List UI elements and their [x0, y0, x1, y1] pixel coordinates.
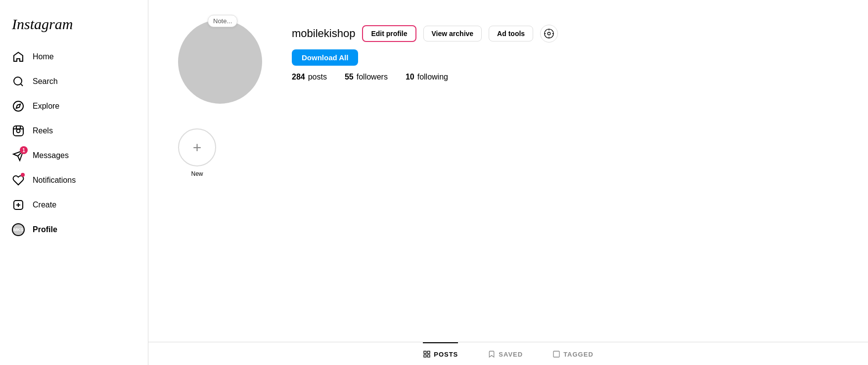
settings-icon	[544, 28, 554, 39]
tab-tagged[interactable]: TAGGED	[552, 342, 594, 365]
svg-point-5	[17, 129, 20, 133]
followers-stat[interactable]: 55 followers	[345, 73, 388, 81]
new-story-label: New	[191, 170, 203, 177]
posts-label: posts	[308, 73, 327, 81]
sidebar: Instagram Home Search Explore Reels 1 Me…	[0, 0, 148, 365]
sidebar-item-messages[interactable]: 1 Messages	[6, 143, 142, 168]
new-story-item[interactable]: + New	[178, 128, 216, 177]
note-bubble[interactable]: Note...	[208, 15, 237, 27]
search-icon	[12, 75, 25, 88]
svg-rect-19	[428, 351, 430, 354]
profile-info: mobilekishop Edit profile View archive A…	[292, 20, 558, 81]
profile-area: Note... mobilekishop Edit profile View a…	[148, 0, 868, 119]
svg-rect-18	[424, 351, 426, 354]
download-all-button[interactable]: Download All	[292, 49, 358, 66]
followers-count: 55	[345, 73, 354, 81]
instagram-logo[interactable]: Instagram	[6, 10, 142, 44]
tab-saved-label: SAVED	[499, 351, 523, 358]
tab-tagged-label: TAGGED	[563, 351, 594, 358]
svg-line-1	[21, 84, 23, 86]
sidebar-item-search[interactable]: Search	[6, 69, 142, 94]
add-story-button[interactable]: +	[178, 128, 216, 166]
sidebar-item-reels[interactable]: Reels	[6, 119, 142, 143]
avatar-wrapper: Note...	[178, 20, 262, 104]
sidebar-item-profile[interactable]: MKS Profile	[6, 217, 142, 242]
sidebar-item-label-reels: Reels	[33, 126, 53, 135]
create-icon	[12, 199, 25, 211]
tabs-bar: POSTS SAVED TAGGED	[148, 342, 868, 365]
svg-rect-21	[428, 355, 430, 357]
profile-username: mobilekishop	[292, 27, 355, 40]
home-icon	[12, 50, 25, 63]
posts-count: 284	[292, 73, 305, 81]
grid-icon	[423, 350, 431, 358]
profile-top-row: mobilekishop Edit profile View archive A…	[292, 25, 558, 42]
sidebar-item-label-messages: Messages	[33, 151, 69, 160]
profile-header: Note... mobilekishop Edit profile View a…	[178, 20, 838, 104]
sidebar-item-label-notifications: Notifications	[33, 176, 76, 185]
sidebar-item-create[interactable]: Create	[6, 193, 142, 217]
tab-saved[interactable]: SAVED	[488, 342, 523, 365]
sidebar-item-home[interactable]: Home	[6, 44, 142, 69]
svg-point-0	[14, 77, 22, 85]
bookmark-icon	[488, 350, 496, 358]
svg-point-2	[13, 101, 23, 111]
ad-tools-button[interactable]: Ad tools	[489, 26, 533, 41]
avatar-initials: MKS	[13, 227, 23, 232]
profile-avatar-small: MKS	[12, 223, 25, 236]
stats-row: 284 posts 55 followers 10 following	[292, 73, 558, 81]
svg-point-13	[548, 32, 550, 35]
following-stat[interactable]: 10 following	[406, 73, 448, 81]
sidebar-item-notifications[interactable]: Notifications	[6, 168, 142, 193]
view-archive-button[interactable]: View archive	[423, 26, 482, 41]
sidebar-item-label-create: Create	[33, 201, 56, 209]
explore-icon	[12, 100, 25, 113]
notifications-dot	[21, 173, 25, 177]
sidebar-item-explore[interactable]: Explore	[6, 94, 142, 119]
sidebar-item-label-search: Search	[33, 77, 58, 86]
svg-rect-4	[13, 126, 23, 136]
main-content: Note... mobilekishop Edit profile View a…	[148, 0, 868, 365]
edit-profile-button[interactable]: Edit profile	[362, 25, 416, 42]
tab-posts[interactable]: POSTS	[423, 342, 458, 365]
stories-row: + New	[148, 119, 868, 187]
followers-label: followers	[357, 73, 388, 81]
svg-rect-22	[553, 351, 559, 357]
following-label: following	[417, 73, 448, 81]
sidebar-item-label-profile: Profile	[33, 225, 57, 234]
svg-rect-20	[424, 355, 426, 357]
download-row: Download All	[292, 49, 558, 66]
reels-icon	[12, 124, 25, 137]
svg-marker-3	[16, 104, 20, 108]
messages-badge: 1	[20, 146, 28, 154]
following-count: 10	[406, 73, 414, 81]
tag-icon	[552, 350, 560, 358]
sidebar-item-label-explore: Explore	[33, 102, 59, 111]
posts-stat[interactable]: 284 posts	[292, 73, 327, 81]
sidebar-item-label-home: Home	[33, 52, 54, 61]
tab-posts-label: POSTS	[434, 351, 458, 358]
settings-icon-button[interactable]	[540, 25, 558, 42]
profile-avatar-large[interactable]	[178, 20, 262, 104]
